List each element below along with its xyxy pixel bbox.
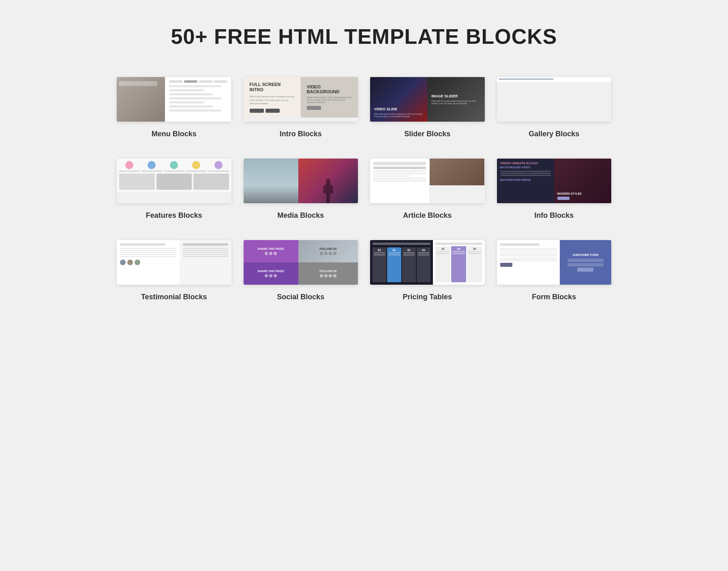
- test-line-3: [120, 252, 176, 253]
- block-item-slider: VIDEO SLIDE Slide with popular video bac…: [370, 77, 485, 138]
- forms-preview-content: SUBSCRIBE FORM: [497, 240, 612, 285]
- social-share-2-title: SHARE THIS PAGE!: [257, 270, 284, 273]
- media-preview-thumbnail[interactable]: [244, 159, 358, 203]
- testimonial-preview-content: [117, 240, 231, 285]
- article-preview-content: [370, 159, 485, 203]
- features-preview-thumbnail[interactable]: [117, 159, 231, 203]
- feature-icon-text-3: [164, 170, 184, 172]
- info-preview-thumbnail[interactable]: TRENDY WEBSITE BLOCKS BACKGROUND VIDEO B…: [497, 159, 612, 203]
- info-blocks-label: Info Blocks: [534, 211, 574, 220]
- feature-icon-1: [119, 161, 140, 172]
- slider-video-slide: VIDEO SLIDE Slide with popular video bac…: [370, 77, 427, 122]
- menu-preview-thumbnail[interactable]: [117, 77, 231, 122]
- article-preview-thumbnail[interactable]: [370, 159, 485, 203]
- menu-line-1: [169, 85, 221, 87]
- price-r-num-2: $0: [457, 247, 460, 250]
- test-r-line-3: [183, 252, 228, 253]
- info-line-3: [500, 175, 551, 176]
- pricing-preview-thumbnail[interactable]: $1 $1 $1: [370, 240, 485, 285]
- price-num-1: $1: [378, 249, 381, 251]
- social-blocks-label: Social Blocks: [277, 293, 324, 301]
- test-line-1: [120, 248, 176, 249]
- price-r-col-1: $0: [435, 246, 450, 282]
- info-modern-title: MODERN STYLES: [557, 192, 608, 195]
- pricing-header-light: [435, 243, 482, 245]
- test-r-line-2: [183, 250, 228, 251]
- price-col-2: $1: [387, 247, 401, 282]
- social-follow-top: FOLLOW US: [298, 240, 358, 262]
- gallery-preview-thumbnail[interactable]: [497, 77, 612, 122]
- slider-video-title: VIDEO SLIDE: [374, 107, 423, 111]
- testimonial-right-heading: [183, 243, 228, 246]
- price-r-col-3: $0: [467, 246, 482, 282]
- slider-preview-thumbnail[interactable]: VIDEO SLIDE Slide with popular video bac…: [370, 77, 485, 122]
- social-share-bottom: SHARE THIS PAGE!: [244, 262, 299, 285]
- testimonial-preview-thumbnail[interactable]: [117, 240, 231, 285]
- article-line-4: [373, 178, 426, 179]
- social-icon-3: [274, 252, 277, 255]
- block-item-article: Article Blocks: [370, 159, 485, 220]
- pricing-header-dark: [373, 243, 430, 245]
- subscribe-title: SUBSCRIBE FORM: [573, 253, 599, 256]
- page-wrapper: 50+ FREE HTML TEMPLATE BLOCKS: [101, 0, 627, 358]
- feature-card-2: [156, 174, 192, 190]
- pricing-preview-content: $1 $1 $1: [370, 240, 485, 285]
- testimonial-blocks-label: Testimonial Blocks: [141, 293, 207, 301]
- price-r-num-3: $0: [473, 247, 476, 250]
- test-r-line-4: [183, 254, 228, 255]
- price-line-4b: [418, 254, 429, 255]
- block-item-media: Media Blocks: [244, 159, 358, 220]
- info-bg-video-title: BACKGROUND VIDEO: [500, 166, 551, 169]
- follow2-icon-1: [320, 274, 323, 277]
- article-title-bar: [373, 167, 426, 169]
- menu-nav-bar: [169, 80, 227, 83]
- slider-image-text: Slide with full screen image background …: [431, 100, 480, 105]
- price-num-2: $1: [393, 249, 396, 251]
- price-col-3: $1: [402, 247, 416, 282]
- feature-icon-4: [186, 161, 207, 172]
- social-share-top: SHARE THIS PAGE!: [244, 240, 299, 262]
- follow-icon-4: [333, 252, 336, 255]
- slider-blocks-label: Slider Blocks: [404, 130, 450, 138]
- menu-line-3: [169, 93, 213, 95]
- intro-preview-thumbnail[interactable]: FULL SCREEN INTRO Blank with popular vid…: [244, 77, 358, 122]
- menu-lines: [169, 85, 227, 112]
- social-preview-thumbnail[interactable]: SHARE THIS PAGE! FOLLOW US: [244, 240, 358, 285]
- social-follow-2-title: FOLLOW US: [320, 270, 337, 273]
- feature-icon-circle-2: [148, 161, 156, 169]
- info-lines-group: [500, 171, 551, 176]
- form-subscribe-section: SUBSCRIBE FORM: [560, 240, 611, 285]
- article-left-panel: [370, 159, 430, 203]
- price-r-line-2b: [452, 253, 465, 254]
- intro-btn-2: [266, 109, 280, 113]
- price-r-line-3b: [468, 253, 481, 254]
- follow-icon-2: [324, 252, 328, 255]
- block-item-features: Features Blocks: [117, 159, 231, 220]
- subscribe-field-2: [567, 263, 604, 266]
- feature-icon-text-2: [141, 170, 162, 172]
- price-line-2b: [388, 254, 400, 255]
- gallery-cell-1: [499, 79, 554, 79]
- menu-line-5: [169, 101, 204, 103]
- feature-icon-text-4: [186, 170, 207, 172]
- form-field-2: [500, 253, 557, 256]
- subscribe-btn: [577, 268, 593, 272]
- menu-right-panel: [165, 77, 231, 122]
- social-icon-2: [269, 252, 272, 255]
- slider-preview-content: VIDEO SLIDE Slide with popular video bac…: [370, 77, 485, 122]
- nav-item-3: [199, 80, 212, 83]
- price-num-3: $1: [407, 249, 411, 251]
- forms-preview-thumbnail[interactable]: SUBSCRIBE FORM: [497, 240, 612, 285]
- share2-icon-1: [265, 274, 268, 277]
- article-blocks-label: Article Blocks: [403, 211, 452, 220]
- price-r-line-3a: [468, 251, 481, 252]
- intro-video-btn: [307, 106, 321, 110]
- feature-icon-text-1: [119, 170, 140, 172]
- article-line-5: [373, 180, 426, 182]
- features-icons-row: [119, 161, 229, 172]
- form-field-3: [500, 258, 557, 261]
- price-r-num-1: $0: [441, 247, 445, 250]
- social-share-2-icons: [265, 274, 277, 277]
- intro-buttons: [250, 109, 295, 113]
- price-r-line-1b: [437, 253, 449, 254]
